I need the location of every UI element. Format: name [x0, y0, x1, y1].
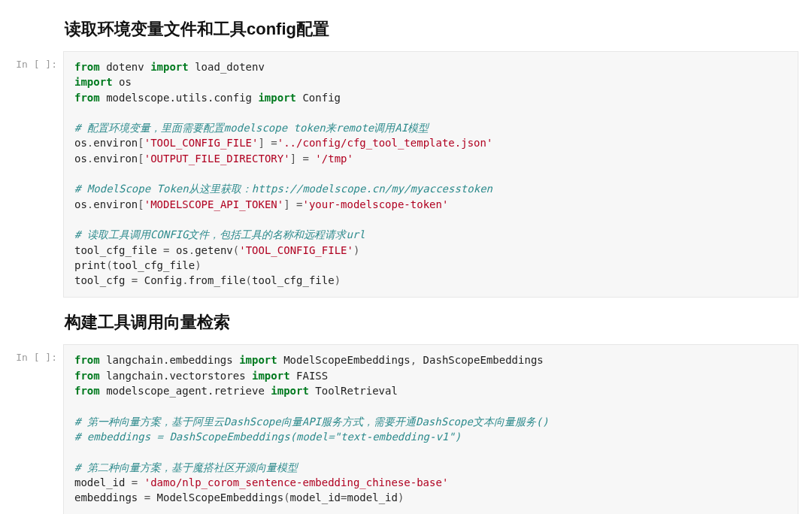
token-kw: import	[150, 61, 189, 73]
token-com: # ModelScope Token从这里获取：https://modelsco…	[74, 183, 492, 195]
token-com: # 配置环境变量，里面需要配置modelscope token来remote调用…	[74, 122, 429, 134]
token-com: # 第一种向量方案，基于阿里云DashScope向量API服务方式，需要开通Da…	[74, 416, 549, 428]
token-nm: tool_cfg_file	[113, 259, 195, 271]
token-nm: model_id	[290, 491, 341, 503]
token-kw: from	[74, 61, 100, 73]
token-nm: ModelScopeEmbeddings	[277, 354, 411, 366]
token-str: 'TOOL_CONFIG_FILE'	[144, 137, 259, 149]
token-op: [	[138, 153, 144, 165]
token-nm: tool_cfg_file	[252, 274, 335, 286]
token-str: '/tmp'	[315, 153, 353, 165]
token-nm: dotenv	[100, 61, 150, 73]
token-nm: tool_cfg	[74, 274, 132, 286]
token-nm	[138, 476, 144, 488]
token-fn: from_file	[189, 274, 246, 286]
token-nm: tool_cfg_file	[74, 244, 163, 256]
token-op: )	[353, 244, 359, 256]
code-cell-1: In [ ]: from dotenv import load_dotenv i…	[0, 51, 798, 298]
token-nm: os	[74, 198, 87, 210]
token-str: 'TOOL_CONFIG_FILE'	[239, 244, 353, 256]
token-nm: os	[74, 153, 87, 165]
section-heading-2: 构建工具调用向量检索	[65, 311, 812, 334]
token-str: 'your-modelscope-token'	[302, 198, 448, 210]
token-op: )	[195, 259, 201, 271]
token-nm: modelscope_agent.retrieve	[100, 385, 271, 397]
token-kw: import	[252, 370, 290, 382]
token-com: # 第二种向量方案，基于魔搭社区开源向量模型	[74, 461, 298, 473]
token-nm: ModelScopeEmbeddings	[150, 491, 283, 503]
token-nm: embeddings	[74, 491, 144, 503]
token-str: 'OUTPUT_FILE_DIRECTORY'	[144, 153, 290, 165]
token-nm: Config	[138, 274, 182, 286]
token-kw: from	[74, 385, 100, 397]
token-nm: environ	[93, 153, 138, 165]
code-input-1[interactable]: from dotenv import load_dotenv import os…	[63, 51, 798, 298]
token-kw: import	[74, 76, 113, 88]
token-nm: Config	[296, 92, 341, 104]
token-nm: DashScopeEmbeddings	[423, 354, 544, 366]
token-nm: FAISS	[290, 370, 329, 382]
token-kw: import	[239, 354, 277, 366]
token-op: ] =	[290, 153, 316, 165]
notebook-container: 读取环境变量文件和工具config配置 In [ ]: from dotenv …	[0, 0, 812, 514]
token-fn: print	[74, 259, 106, 271]
token-op: [	[138, 137, 144, 149]
token-op: =	[144, 491, 150, 503]
token-com: # embeddings = DashScopeEmbeddings(model…	[74, 431, 461, 443]
token-nm: ToolRetrieval	[309, 385, 398, 397]
token-kw: from	[74, 370, 100, 382]
token-op: [	[138, 198, 144, 210]
token-op: (	[233, 244, 239, 256]
token-nm: environ	[93, 137, 138, 149]
token-op: ] =	[258, 137, 277, 149]
token-op: (	[106, 259, 112, 271]
token-str: 'MODELSCOPE_API_TOKEN'	[144, 198, 283, 210]
token-op: ,	[411, 354, 423, 366]
token-nm: model_id	[347, 491, 397, 503]
code-input-2[interactable]: from langchain.embeddings import ModelSc…	[63, 344, 798, 514]
token-nm: os	[169, 244, 188, 256]
token-nm: langchain.embeddings	[100, 354, 239, 366]
token-str: '../config/cfg_tool_template.json'	[277, 137, 493, 149]
token-nm: environ	[93, 198, 138, 210]
token-kw: import	[258, 92, 296, 104]
token-op: )	[335, 274, 341, 286]
token-fn: getenv	[195, 244, 233, 256]
token-kw: from	[74, 354, 100, 366]
token-nm: os	[74, 137, 87, 149]
token-op: .	[182, 274, 188, 286]
token-op: (	[283, 491, 289, 503]
token-op: ] =	[283, 198, 302, 210]
token-nm: langchain.vectorstores	[100, 370, 252, 382]
section-heading-1: 读取环境变量文件和工具config配置	[65, 18, 812, 41]
token-nm: model_id	[74, 476, 132, 488]
input-prompt-2: In [ ]:	[0, 344, 63, 363]
input-prompt-1: In [ ]:	[0, 51, 63, 70]
token-nm: os	[113, 76, 132, 88]
code-cell-2: In [ ]: from langchain.embeddings import…	[0, 344, 798, 514]
token-kw: import	[271, 385, 309, 397]
token-op: .	[189, 244, 195, 256]
token-op: (	[246, 274, 252, 286]
token-com: # 读取工具调用CONFIG文件，包括工具的名称和远程请求url	[74, 228, 365, 240]
token-op: )	[398, 491, 404, 503]
token-str: 'damo/nlp_corom_sentence-embedding_chine…	[144, 476, 449, 488]
token-kw: from	[74, 92, 100, 104]
token-nm: modelscope.utils.config	[100, 92, 259, 104]
token-nm: load_dotenv	[189, 61, 265, 73]
